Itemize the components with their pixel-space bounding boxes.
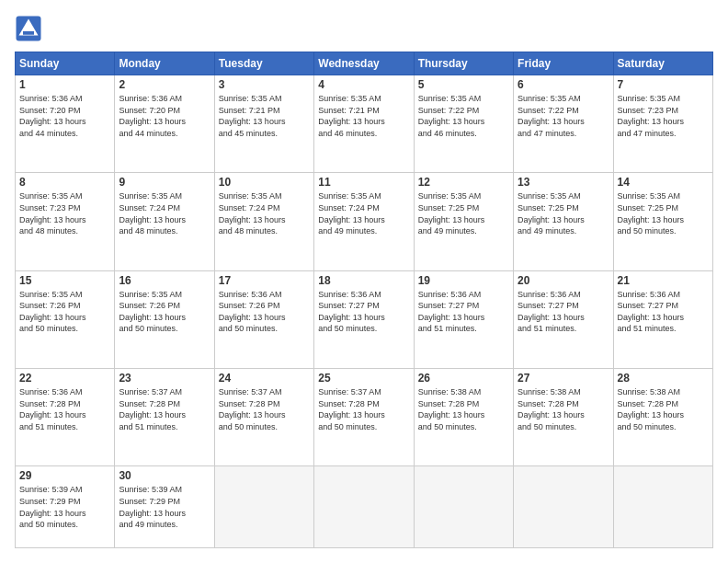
calendar-cell: 25Sunrise: 5:37 AM Sunset: 7:28 PM Dayli… — [314, 368, 414, 465]
day-number: 14 — [618, 176, 709, 189]
weekday-header-saturday: Saturday — [613, 52, 712, 75]
calendar-cell: 9Sunrise: 5:35 AM Sunset: 7:24 PM Daylig… — [115, 173, 214, 270]
day-info: Sunrise: 5:35 AM Sunset: 7:24 PM Dayligh… — [318, 190, 409, 236]
day-info: Sunrise: 5:39 AM Sunset: 7:29 PM Dayligh… — [119, 484, 210, 530]
calendar-row-1: 1Sunrise: 5:36 AM Sunset: 7:20 PM Daylig… — [16, 75, 713, 173]
day-info: Sunrise: 5:36 AM Sunset: 7:27 PM Dayligh… — [418, 289, 509, 335]
day-info: Sunrise: 5:35 AM Sunset: 7:26 PM Dayligh… — [119, 289, 210, 335]
day-info: Sunrise: 5:37 AM Sunset: 7:28 PM Dayligh… — [318, 386, 409, 432]
calendar-cell: 4Sunrise: 5:35 AM Sunset: 7:21 PM Daylig… — [314, 75, 414, 173]
calendar-cell: 28Sunrise: 5:38 AM Sunset: 7:28 PM Dayli… — [613, 368, 712, 465]
calendar-cell: 15Sunrise: 5:35 AM Sunset: 7:26 PM Dayli… — [16, 270, 115, 368]
calendar-cell: 8Sunrise: 5:35 AM Sunset: 7:23 PM Daylig… — [16, 173, 115, 270]
day-number: 10 — [219, 176, 310, 189]
logo-icon — [15, 15, 42, 42]
day-number: 5 — [418, 78, 509, 91]
calendar-cell: 16Sunrise: 5:35 AM Sunset: 7:26 PM Dayli… — [115, 270, 214, 368]
day-number: 11 — [318, 176, 409, 189]
day-number: 18 — [318, 274, 409, 287]
calendar-cell — [314, 466, 414, 548]
day-info: Sunrise: 5:35 AM Sunset: 7:21 PM Dayligh… — [219, 93, 310, 139]
day-info: Sunrise: 5:36 AM Sunset: 7:20 PM Dayligh… — [19, 93, 110, 139]
calendar-cell: 3Sunrise: 5:35 AM Sunset: 7:21 PM Daylig… — [214, 75, 313, 173]
calendar-cell: 20Sunrise: 5:36 AM Sunset: 7:27 PM Dayli… — [514, 270, 613, 368]
calendar-cell: 21Sunrise: 5:36 AM Sunset: 7:27 PM Dayli… — [613, 270, 712, 368]
weekday-header-thursday: Thursday — [414, 52, 513, 75]
calendar-cell: 18Sunrise: 5:36 AM Sunset: 7:27 PM Dayli… — [314, 270, 414, 368]
day-number: 29 — [19, 469, 110, 482]
calendar-cell — [414, 466, 513, 548]
day-info: Sunrise: 5:37 AM Sunset: 7:28 PM Dayligh… — [119, 386, 210, 432]
weekday-header-sunday: Sunday — [16, 52, 115, 75]
day-info: Sunrise: 5:38 AM Sunset: 7:28 PM Dayligh… — [618, 386, 709, 432]
day-info: Sunrise: 5:35 AM Sunset: 7:24 PM Dayligh… — [219, 190, 310, 236]
logo — [15, 15, 46, 42]
day-number: 3 — [219, 78, 310, 91]
weekday-header-tuesday: Tuesday — [214, 52, 313, 75]
calendar-cell: 14Sunrise: 5:35 AM Sunset: 7:25 PM Dayli… — [613, 173, 712, 270]
day-info: Sunrise: 5:35 AM Sunset: 7:23 PM Dayligh… — [618, 93, 709, 139]
calendar-row-4: 22Sunrise: 5:36 AM Sunset: 7:28 PM Dayli… — [16, 368, 713, 465]
day-info: Sunrise: 5:35 AM Sunset: 7:21 PM Dayligh… — [318, 93, 409, 139]
day-number: 27 — [518, 372, 609, 385]
calendar-cell: 19Sunrise: 5:36 AM Sunset: 7:27 PM Dayli… — [414, 270, 513, 368]
day-number: 30 — [119, 469, 210, 482]
day-number: 1 — [19, 78, 110, 91]
day-number: 8 — [19, 176, 110, 189]
calendar-cell: 10Sunrise: 5:35 AM Sunset: 7:24 PM Dayli… — [214, 173, 313, 270]
day-number: 9 — [119, 176, 210, 189]
day-info: Sunrise: 5:35 AM Sunset: 7:22 PM Dayligh… — [518, 93, 609, 139]
day-info: Sunrise: 5:38 AM Sunset: 7:28 PM Dayligh… — [418, 386, 509, 432]
calendar-cell: 27Sunrise: 5:38 AM Sunset: 7:28 PM Dayli… — [514, 368, 613, 465]
calendar-cell — [613, 466, 712, 548]
calendar-table: SundayMondayTuesdayWednesdayThursdayFrid… — [15, 52, 713, 548]
calendar-cell: 29Sunrise: 5:39 AM Sunset: 7:29 PM Dayli… — [16, 466, 115, 548]
day-number: 12 — [418, 176, 509, 189]
day-info: Sunrise: 5:39 AM Sunset: 7:29 PM Dayligh… — [19, 484, 110, 530]
calendar-cell: 30Sunrise: 5:39 AM Sunset: 7:29 PM Dayli… — [115, 466, 214, 548]
day-info: Sunrise: 5:36 AM Sunset: 7:27 PM Dayligh… — [518, 289, 609, 335]
day-info: Sunrise: 5:36 AM Sunset: 7:27 PM Dayligh… — [318, 289, 409, 335]
day-number: 24 — [219, 372, 310, 385]
day-number: 15 — [19, 274, 110, 287]
weekday-header-friday: Friday — [514, 52, 613, 75]
day-number: 4 — [318, 78, 409, 91]
calendar-cell: 23Sunrise: 5:37 AM Sunset: 7:28 PM Dayli… — [115, 368, 214, 465]
day-number: 25 — [318, 372, 409, 385]
day-number: 20 — [518, 274, 609, 287]
day-number: 16 — [119, 274, 210, 287]
day-info: Sunrise: 5:35 AM Sunset: 7:25 PM Dayligh… — [618, 190, 709, 236]
page: SundayMondayTuesdayWednesdayThursdayFrid… — [0, 0, 728, 563]
calendar-cell: 1Sunrise: 5:36 AM Sunset: 7:20 PM Daylig… — [16, 75, 115, 173]
svg-rect-2 — [23, 31, 34, 35]
calendar-cell: 12Sunrise: 5:35 AM Sunset: 7:25 PM Dayli… — [414, 173, 513, 270]
calendar-cell: 2Sunrise: 5:36 AM Sunset: 7:20 PM Daylig… — [115, 75, 214, 173]
day-info: Sunrise: 5:36 AM Sunset: 7:26 PM Dayligh… — [219, 289, 310, 335]
day-info: Sunrise: 5:35 AM Sunset: 7:26 PM Dayligh… — [19, 289, 110, 335]
calendar-cell: 22Sunrise: 5:36 AM Sunset: 7:28 PM Dayli… — [16, 368, 115, 465]
day-number: 28 — [618, 372, 709, 385]
day-number: 22 — [19, 372, 110, 385]
calendar-row-3: 15Sunrise: 5:35 AM Sunset: 7:26 PM Dayli… — [16, 270, 713, 368]
day-number: 13 — [518, 176, 609, 189]
calendar-row-2: 8Sunrise: 5:35 AM Sunset: 7:23 PM Daylig… — [16, 173, 713, 270]
calendar-row-5: 29Sunrise: 5:39 AM Sunset: 7:29 PM Dayli… — [16, 466, 713, 548]
day-info: Sunrise: 5:35 AM Sunset: 7:23 PM Dayligh… — [19, 190, 110, 236]
day-info: Sunrise: 5:35 AM Sunset: 7:22 PM Dayligh… — [418, 93, 509, 139]
day-number: 26 — [418, 372, 509, 385]
calendar-cell: 17Sunrise: 5:36 AM Sunset: 7:26 PM Dayli… — [214, 270, 313, 368]
calendar-cell: 6Sunrise: 5:35 AM Sunset: 7:22 PM Daylig… — [514, 75, 613, 173]
calendar-cell: 24Sunrise: 5:37 AM Sunset: 7:28 PM Dayli… — [214, 368, 313, 465]
day-number: 6 — [518, 78, 609, 91]
calendar-cell: 5Sunrise: 5:35 AM Sunset: 7:22 PM Daylig… — [414, 75, 513, 173]
weekday-header-monday: Monday — [115, 52, 214, 75]
weekday-header-row: SundayMondayTuesdayWednesdayThursdayFrid… — [16, 52, 713, 75]
day-number: 23 — [119, 372, 210, 385]
day-info: Sunrise: 5:37 AM Sunset: 7:28 PM Dayligh… — [219, 386, 310, 432]
calendar-cell: 7Sunrise: 5:35 AM Sunset: 7:23 PM Daylig… — [613, 75, 712, 173]
day-number: 21 — [618, 274, 709, 287]
day-number: 7 — [618, 78, 709, 91]
weekday-header-wednesday: Wednesday — [314, 52, 414, 75]
day-info: Sunrise: 5:35 AM Sunset: 7:25 PM Dayligh… — [418, 190, 509, 236]
calendar-cell — [514, 466, 613, 548]
